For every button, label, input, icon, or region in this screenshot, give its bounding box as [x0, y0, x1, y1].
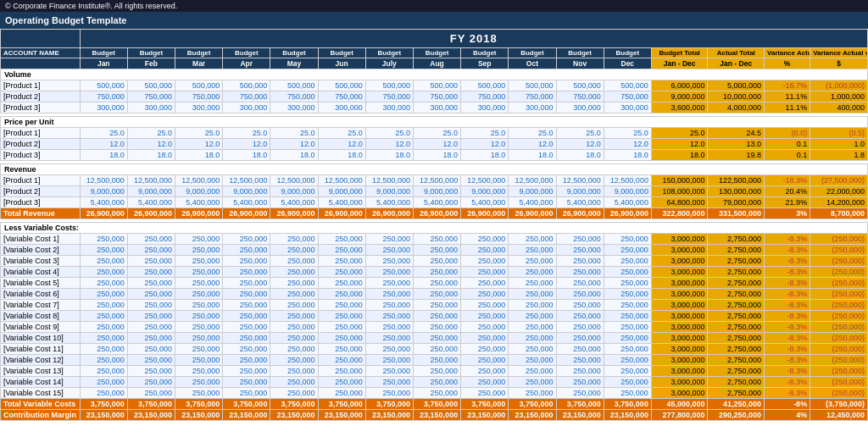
- month-11: 250,000: [604, 333, 651, 344]
- actual-total: 10,000,000: [708, 91, 765, 102]
- month-4: 25.0: [270, 128, 318, 139]
- table-row: [Product 1]12,500,00012,500,00012,500,00…: [1, 175, 868, 186]
- row-name: [Variable Cost 3]: [1, 256, 81, 267]
- actual-total: 5,000,000: [708, 80, 765, 91]
- month-3: 250,000: [223, 245, 270, 256]
- budget-total: 3,000,000: [651, 366, 708, 377]
- month-0: 9,000,000: [80, 186, 127, 197]
- total-month-1: 3,750,000: [127, 399, 175, 410]
- total-month-5: 3,750,000: [318, 399, 365, 410]
- variance-dollar: 1,000,000: [810, 91, 868, 102]
- row-name: [Variable Cost 4]: [1, 267, 81, 278]
- month-9: 250,000: [509, 278, 556, 289]
- budget-total: 108,000,000: [651, 186, 708, 197]
- month-7: 250,000: [413, 355, 460, 366]
- month-7: 250,000: [413, 322, 460, 333]
- section-label: Revenue: [1, 164, 868, 175]
- month-9: 250,000: [509, 366, 556, 377]
- month-3: 250,000: [223, 278, 270, 289]
- month-5: 9,000,000: [318, 186, 365, 197]
- month-0: 250,000: [80, 322, 127, 333]
- total-label: Total Variable Costs: [1, 399, 81, 410]
- month-7: 250,000: [413, 311, 460, 322]
- table-row: [Variable Cost 10]250,000250,000250,0002…: [1, 333, 868, 344]
- table-row: [Product 3]300,000300,000300,000300,0003…: [1, 102, 868, 113]
- section-label: Price per Unit: [1, 117, 868, 128]
- variance-dollar: 1.0: [810, 139, 868, 150]
- month-5: 250,000: [318, 256, 365, 267]
- variance-pct: -8.3%: [765, 300, 810, 311]
- month-4: 250,000: [270, 311, 318, 322]
- month-5: 250,000: [318, 289, 365, 300]
- month-0: 250,000: [80, 245, 127, 256]
- month-6: 250,000: [365, 344, 413, 355]
- actual-total: 2,750,000: [708, 267, 765, 278]
- month-4: 250,000: [270, 300, 318, 311]
- actual-total: 13.0: [708, 139, 765, 150]
- month-6: 25.0: [365, 128, 413, 139]
- month-10: 250,000: [556, 322, 604, 333]
- table-row: [Variable Cost 5]250,000250,000250,00025…: [1, 278, 868, 289]
- row-name: [Variable Cost 13]: [1, 366, 81, 377]
- month-0: 250,000: [80, 366, 127, 377]
- month-10: 25.0: [556, 128, 604, 139]
- month-5: 250,000: [318, 322, 365, 333]
- month-3: 250,000: [223, 300, 270, 311]
- row-name: [Product 1]: [1, 80, 81, 91]
- total-month-7: 3,750,000: [413, 399, 460, 410]
- month-2: 250,000: [175, 278, 223, 289]
- table-row: [Variable Cost 3]250,000250,000250,00025…: [1, 256, 868, 267]
- total-month-3: 3,750,000: [223, 399, 270, 410]
- month-6: 250,000: [365, 311, 413, 322]
- month-1: 12.0: [127, 139, 175, 150]
- month-3: 250,000: [223, 289, 270, 300]
- total-month-2: 3,750,000: [175, 399, 223, 410]
- month-10: 250,000: [556, 344, 604, 355]
- month-5: 250,000: [318, 311, 365, 322]
- month-5: 12.0: [318, 139, 365, 150]
- section-header: Price per Unit: [1, 117, 868, 128]
- month-10: 250,000: [556, 366, 604, 377]
- total-month-10: 26,900,000: [556, 208, 604, 219]
- month-9: 300,000: [509, 102, 556, 113]
- month-7: 250,000: [413, 256, 460, 267]
- month-5: 500,000: [318, 80, 365, 91]
- total-month-4: 3,750,000: [270, 399, 318, 410]
- actual-total: 2,750,000: [708, 278, 765, 289]
- total-actual: 290,250,000: [708, 410, 765, 421]
- month-9: 5,400,000: [509, 197, 556, 208]
- budget-total: 3,000,000: [651, 234, 708, 245]
- month-4: 250,000: [270, 278, 318, 289]
- month-2: 250,000: [175, 234, 223, 245]
- month-3: 250,000: [223, 333, 270, 344]
- variance-pct: -8.3%: [765, 344, 810, 355]
- variance-pct: -8.3%: [765, 333, 810, 344]
- month-4: 250,000: [270, 267, 318, 278]
- variance-dollar: 1.8: [810, 150, 868, 161]
- month-5: 250,000: [318, 388, 365, 399]
- month-1: 250,000: [127, 333, 175, 344]
- month-6: 300,000: [365, 102, 413, 113]
- actual-total: 2,750,000: [708, 344, 765, 355]
- month-8: 250,000: [461, 377, 509, 388]
- month-10: 250,000: [556, 355, 604, 366]
- section-label: Less Variable Costs:: [1, 223, 868, 234]
- month-3: 250,000: [223, 311, 270, 322]
- month-8: 250,000: [461, 322, 509, 333]
- month-6: 750,000: [365, 91, 413, 102]
- total-month-0: 26,900,000: [80, 208, 127, 219]
- month-2: 250,000: [175, 355, 223, 366]
- actual-total: 2,750,000: [708, 388, 765, 399]
- month-4: 500,000: [270, 80, 318, 91]
- row-name: [Variable Cost 12]: [1, 355, 81, 366]
- month-2: 250,000: [175, 245, 223, 256]
- month-1: 250,000: [127, 366, 175, 377]
- month-0: 250,000: [80, 256, 127, 267]
- month-4: 5,400,000: [270, 197, 318, 208]
- month-10: 18.0: [556, 150, 604, 161]
- month-4: 750,000: [270, 91, 318, 102]
- total-month-9: 3,750,000: [509, 399, 556, 410]
- month-11: 250,000: [604, 234, 651, 245]
- total-month-6: 3,750,000: [365, 399, 413, 410]
- total-month-2: 26,900,000: [175, 208, 223, 219]
